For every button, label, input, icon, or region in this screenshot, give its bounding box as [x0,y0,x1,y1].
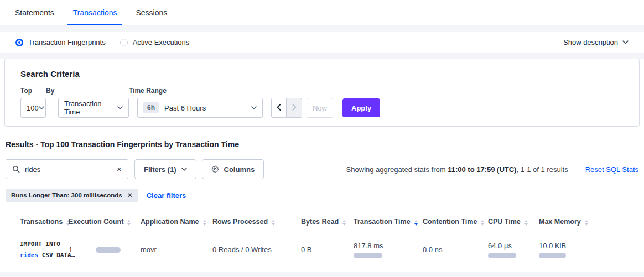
cell-transaction: IMPORT INTO rides CSV DATA… [6,233,69,266]
search-icon [12,165,20,173]
chevron-down-icon [181,168,187,171]
show-description-toggle[interactable]: Show description [563,38,629,46]
time-range-badge: 6h [143,102,159,113]
time-nav-group [271,98,302,118]
time-range-label: Time Range [129,87,263,95]
sort-icons[interactable] [342,220,346,228]
results-section: Results - Top 100 Transaction Fingerprin… [0,140,644,266]
chevron-down-icon [117,106,123,109]
by-label: By [46,87,129,95]
radio-transaction-fingerprints[interactable]: Transaction Fingerprints [15,38,106,46]
search-criteria-title: Search Criteria [20,69,624,79]
now-button[interactable]: Now [307,98,333,118]
filter-pill-label: Runs Longer Than: 300 milliseconds [11,192,122,198]
column-header-max-memory[interactable]: Max Memory [539,211,638,233]
active-filters-row: Runs Longer Than: 300 milliseconds ✕ Cle… [6,189,638,202]
search-criteria-card: Search Criteria Top 100 By Transaction T… [4,59,640,127]
cell-application-name: movr [141,233,212,266]
max-memory-bar [539,253,566,258]
by-select-value: Transaction Time [64,100,117,116]
filters-button[interactable]: Filters (1) [134,159,196,179]
view-toggle-row: Transaction Fingerprints Active Executio… [0,32,644,53]
bottom-divider [0,272,644,277]
tab-sessions[interactable]: Sessions [126,0,176,25]
cell-contention-time: 0.0 ns [423,233,488,266]
tab-transactions[interactable]: Transactions [64,0,127,25]
top-select[interactable]: 100 [20,98,46,118]
chevron-down-icon [251,106,257,109]
column-header-contention-time[interactable]: Contention Time [423,211,488,233]
columns-button-label: Columns [224,165,255,174]
results-heading: Results - Top 100 Transaction Fingerprin… [6,140,638,149]
top-label: Top [20,87,46,95]
sort-icons[interactable] [203,220,206,228]
sort-icons[interactable] [272,220,275,228]
vertical-divider [577,161,577,177]
chevron-left-icon [277,103,281,113]
search-box: ✕ [6,159,128,179]
chevron-down-icon [39,106,44,109]
radio-label: Active Executions [133,38,190,46]
search-input[interactable] [25,165,112,174]
execution-count-bar [96,247,121,253]
radio-unselected-icon [120,39,128,46]
close-icon[interactable]: ✕ [127,192,133,198]
sort-icons[interactable] [585,220,588,228]
show-description-label: Show description [563,38,618,46]
sort-icons[interactable] [481,220,484,228]
cell-execution-count: 1 [69,233,141,266]
transaction-time-bar [354,253,382,258]
chevron-right-icon [292,103,297,113]
sort-icons[interactable] [524,220,528,228]
time-next-button[interactable] [287,98,302,118]
radio-label: Transaction Fingerprints [28,38,106,46]
column-header-cpu-time[interactable]: CPU Time [488,211,539,233]
cell-bytes-read: 0 B [301,233,354,266]
cell-transaction-time: 817.8 ms [354,233,423,266]
column-header-rows-processed[interactable]: Rows Processed [212,211,301,233]
filters-button-label: Filters (1) [144,165,176,174]
cpu-time-bar [488,253,516,258]
time-range-select[interactable]: 6h Past 6 Hours [137,98,263,118]
time-prev-button[interactable] [271,98,287,118]
transactions-page: Statements Transactions Sessions Transac… [0,0,644,277]
radio-selected-icon [15,39,23,46]
table-header-row: Transactions Execution Count Application… [6,211,638,233]
section-divider [0,25,644,32]
clear-search-icon[interactable]: ✕ [117,166,122,173]
cell-rows-processed: 0 Reads / 0 Writes [212,233,301,266]
tab-statements[interactable]: Statements [6,0,64,25]
section-divider [0,53,644,59]
chevron-down-icon [622,40,629,44]
sort-icons-desc-active[interactable] [414,220,418,228]
column-header-transactions[interactable]: Transactions [6,211,69,233]
column-header-bytes-read[interactable]: Bytes Read [301,211,354,233]
by-select[interactable]: Transaction Time [58,98,129,118]
column-header-application-name[interactable]: Application Name [141,211,212,233]
top-field: Top 100 [20,87,46,118]
columns-button[interactable]: Columns [202,159,264,179]
gear-icon [211,165,219,173]
column-header-execution-count[interactable]: Execution Count [69,211,141,233]
cell-cpu-time: 64.0 µs [488,233,539,266]
time-range-field: Time Range 6h Past 6 Hours [129,87,263,118]
transaction-statement-line1: IMPORT INTO [20,239,64,249]
transaction-fingerprint-link[interactable]: rides [20,252,38,259]
transactions-table: Transactions Execution Count Application… [6,211,638,266]
column-header-transaction-time[interactable]: Transaction Time [354,211,423,233]
cell-max-memory: 10.0 KiB [539,233,638,266]
time-range-value: Past 6 Hours [164,104,206,112]
results-controls-row: ✕ Filters (1) Columns Showing aggregated… [6,159,638,179]
clear-filters-link[interactable]: Clear filters [147,191,186,200]
aggregated-stats-text: Showing aggregated stats from 11:00 to 1… [346,165,568,174]
reset-sql-stats-link[interactable]: Reset SQL Stats [585,165,638,174]
filter-pill: Runs Longer Than: 300 milliseconds ✕ [6,189,138,202]
transaction-statement-line2: rides CSV DATA… [20,250,64,260]
tab-bar: Statements Transactions Sessions [0,0,644,25]
radio-active-executions[interactable]: Active Executions [120,38,190,46]
top-select-value: 100 [27,104,39,112]
sort-icons[interactable] [127,220,131,228]
apply-button[interactable]: Apply [342,98,380,117]
table-row: IMPORT INTO rides CSV DATA… 1 movr 0 Rea… [6,233,638,266]
by-field: By Transaction Time [46,87,129,118]
